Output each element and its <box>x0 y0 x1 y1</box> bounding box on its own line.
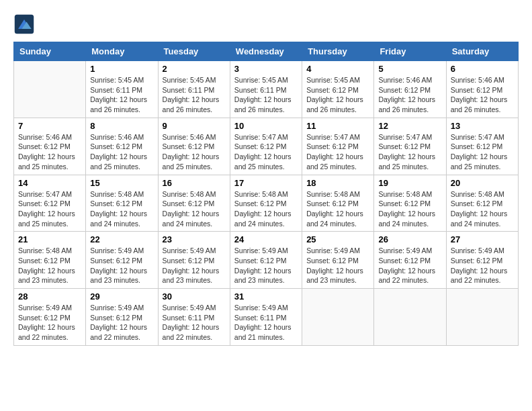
calendar-cell: 25Sunrise: 5:49 AMSunset: 6:12 PMDayligh… <box>302 232 374 289</box>
day-detail: Sunrise: 5:45 AMSunset: 6:12 PMDaylight:… <box>306 75 369 115</box>
day-number: 12 <box>378 121 441 131</box>
day-number: 26 <box>378 234 441 244</box>
day-number: 9 <box>163 121 226 131</box>
calendar-cell <box>374 289 446 346</box>
day-number: 6 <box>451 64 514 74</box>
day-detail: Sunrise: 5:49 AMSunset: 6:11 PMDaylight:… <box>234 303 298 342</box>
day-number: 30 <box>163 291 226 302</box>
day-detail: Sunrise: 5:46 AMSunset: 6:12 PMDaylight:… <box>90 132 153 172</box>
page-header <box>13 13 519 35</box>
day-number: 14 <box>18 178 81 188</box>
calendar-cell: 20Sunrise: 5:48 AMSunset: 6:12 PMDayligh… <box>446 175 518 232</box>
day-detail: Sunrise: 5:47 AMSunset: 6:12 PMDaylight:… <box>306 132 369 172</box>
calendar-cell: 10Sunrise: 5:47 AMSunset: 6:12 PMDayligh… <box>230 118 302 175</box>
day-number: 10 <box>234 121 298 131</box>
calendar-cell: 31Sunrise: 5:49 AMSunset: 6:11 PMDayligh… <box>230 289 302 346</box>
day-detail: Sunrise: 5:49 AMSunset: 6:12 PMDaylight:… <box>163 246 226 285</box>
calendar-cell: 30Sunrise: 5:49 AMSunset: 6:11 PMDayligh… <box>158 289 230 346</box>
calendar-cell: 17Sunrise: 5:48 AMSunset: 6:12 PMDayligh… <box>230 175 302 232</box>
day-detail: Sunrise: 5:47 AMSunset: 6:12 PMDaylight:… <box>18 189 81 229</box>
day-detail: Sunrise: 5:49 AMSunset: 6:12 PMDaylight:… <box>90 246 153 285</box>
day-number: 22 <box>90 234 153 244</box>
day-number: 5 <box>378 64 441 74</box>
day-detail: Sunrise: 5:46 AMSunset: 6:12 PMDaylight:… <box>163 132 226 172</box>
day-number: 28 <box>18 291 81 302</box>
day-detail: Sunrise: 5:49 AMSunset: 6:12 PMDaylight:… <box>234 246 298 285</box>
day-number: 15 <box>90 178 153 188</box>
calendar-cell: 21Sunrise: 5:48 AMSunset: 6:12 PMDayligh… <box>14 232 86 289</box>
calendar-body: 1Sunrise: 5:45 AMSunset: 6:11 PMDaylight… <box>14 61 519 346</box>
calendar-cell: 4Sunrise: 5:45 AMSunset: 6:12 PMDaylight… <box>302 61 374 118</box>
calendar-cell: 16Sunrise: 5:48 AMSunset: 6:12 PMDayligh… <box>158 175 230 232</box>
calendar-table: SundayMondayTuesdayWednesdayThursdayFrid… <box>13 42 519 346</box>
day-detail: Sunrise: 5:47 AMSunset: 6:12 PMDaylight:… <box>378 132 441 172</box>
day-number: 20 <box>451 178 514 188</box>
calendar-cell <box>302 289 374 346</box>
calendar-cell: 23Sunrise: 5:49 AMSunset: 6:12 PMDayligh… <box>158 232 230 289</box>
week-row-2: 7Sunrise: 5:46 AMSunset: 6:12 PMDaylight… <box>14 118 519 175</box>
calendar-cell: 18Sunrise: 5:48 AMSunset: 6:12 PMDayligh… <box>302 175 374 232</box>
weekday-header-row: SundayMondayTuesdayWednesdayThursdayFrid… <box>14 42 519 61</box>
calendar-cell <box>14 61 86 118</box>
day-detail: Sunrise: 5:49 AMSunset: 6:11 PMDaylight:… <box>163 303 226 342</box>
day-detail: Sunrise: 5:46 AMSunset: 6:12 PMDaylight:… <box>451 75 514 115</box>
calendar-cell: 15Sunrise: 5:48 AMSunset: 6:12 PMDayligh… <box>86 175 158 232</box>
day-detail: Sunrise: 5:48 AMSunset: 6:12 PMDaylight:… <box>306 189 369 229</box>
weekday-thursday: Thursday <box>302 42 374 61</box>
calendar-cell: 24Sunrise: 5:49 AMSunset: 6:12 PMDayligh… <box>230 232 302 289</box>
day-number: 29 <box>90 291 153 302</box>
day-detail: Sunrise: 5:46 AMSunset: 6:12 PMDaylight:… <box>378 75 441 115</box>
calendar-cell: 9Sunrise: 5:46 AMSunset: 6:12 PMDaylight… <box>158 118 230 175</box>
calendar-cell: 29Sunrise: 5:49 AMSunset: 6:12 PMDayligh… <box>86 289 158 346</box>
calendar-cell: 3Sunrise: 5:45 AMSunset: 6:11 PMDaylight… <box>230 61 302 118</box>
day-number: 11 <box>306 121 369 131</box>
day-number: 7 <box>18 121 81 131</box>
day-number: 31 <box>234 291 298 302</box>
calendar-cell: 12Sunrise: 5:47 AMSunset: 6:12 PMDayligh… <box>374 118 446 175</box>
day-number: 23 <box>163 234 226 244</box>
calendar-cell: 8Sunrise: 5:46 AMSunset: 6:12 PMDaylight… <box>86 118 158 175</box>
day-detail: Sunrise: 5:48 AMSunset: 6:12 PMDaylight:… <box>163 189 226 229</box>
week-row-1: 1Sunrise: 5:45 AMSunset: 6:11 PMDaylight… <box>14 61 519 118</box>
day-number: 16 <box>163 178 226 188</box>
day-detail: Sunrise: 5:49 AMSunset: 6:12 PMDaylight:… <box>451 246 514 285</box>
day-detail: Sunrise: 5:49 AMSunset: 6:12 PMDaylight:… <box>378 246 441 285</box>
day-number: 1 <box>90 64 153 74</box>
day-detail: Sunrise: 5:45 AMSunset: 6:11 PMDaylight:… <box>234 75 298 115</box>
day-detail: Sunrise: 5:48 AMSunset: 6:12 PMDaylight:… <box>378 189 441 229</box>
day-detail: Sunrise: 5:48 AMSunset: 6:12 PMDaylight:… <box>90 189 153 229</box>
calendar-cell: 14Sunrise: 5:47 AMSunset: 6:12 PMDayligh… <box>14 175 86 232</box>
day-number: 24 <box>234 234 298 244</box>
day-number: 8 <box>90 121 153 131</box>
calendar-cell: 6Sunrise: 5:46 AMSunset: 6:12 PMDaylight… <box>446 61 518 118</box>
calendar-cell: 2Sunrise: 5:45 AMSunset: 6:11 PMDaylight… <box>158 61 230 118</box>
day-detail: Sunrise: 5:49 AMSunset: 6:12 PMDaylight:… <box>18 303 81 342</box>
day-number: 25 <box>306 234 369 244</box>
day-detail: Sunrise: 5:49 AMSunset: 6:12 PMDaylight:… <box>306 246 369 285</box>
day-number: 3 <box>234 64 298 74</box>
calendar-cell: 7Sunrise: 5:46 AMSunset: 6:12 PMDaylight… <box>14 118 86 175</box>
day-detail: Sunrise: 5:48 AMSunset: 6:12 PMDaylight:… <box>18 246 81 285</box>
day-detail: Sunrise: 5:48 AMSunset: 6:12 PMDaylight:… <box>234 189 298 229</box>
logo <box>13 13 38 35</box>
weekday-tuesday: Tuesday <box>158 42 230 61</box>
weekday-monday: Monday <box>86 42 158 61</box>
day-detail: Sunrise: 5:47 AMSunset: 6:12 PMDaylight:… <box>234 132 298 172</box>
calendar-cell: 11Sunrise: 5:47 AMSunset: 6:12 PMDayligh… <box>302 118 374 175</box>
day-number: 17 <box>234 178 298 188</box>
day-number: 18 <box>306 178 369 188</box>
day-number: 27 <box>451 234 514 244</box>
weekday-saturday: Saturday <box>446 42 518 61</box>
weekday-sunday: Sunday <box>14 42 86 61</box>
day-detail: Sunrise: 5:45 AMSunset: 6:11 PMDaylight:… <box>90 75 153 115</box>
calendar-cell: 28Sunrise: 5:49 AMSunset: 6:12 PMDayligh… <box>14 289 86 346</box>
calendar-cell: 27Sunrise: 5:49 AMSunset: 6:12 PMDayligh… <box>446 232 518 289</box>
calendar-cell: 26Sunrise: 5:49 AMSunset: 6:12 PMDayligh… <box>374 232 446 289</box>
week-row-5: 28Sunrise: 5:49 AMSunset: 6:12 PMDayligh… <box>14 289 519 346</box>
day-detail: Sunrise: 5:48 AMSunset: 6:12 PMDaylight:… <box>451 189 514 229</box>
day-number: 21 <box>18 234 81 244</box>
day-detail: Sunrise: 5:49 AMSunset: 6:12 PMDaylight:… <box>90 303 153 342</box>
weekday-friday: Friday <box>374 42 446 61</box>
calendar-cell: 13Sunrise: 5:47 AMSunset: 6:12 PMDayligh… <box>446 118 518 175</box>
day-number: 19 <box>378 178 441 188</box>
